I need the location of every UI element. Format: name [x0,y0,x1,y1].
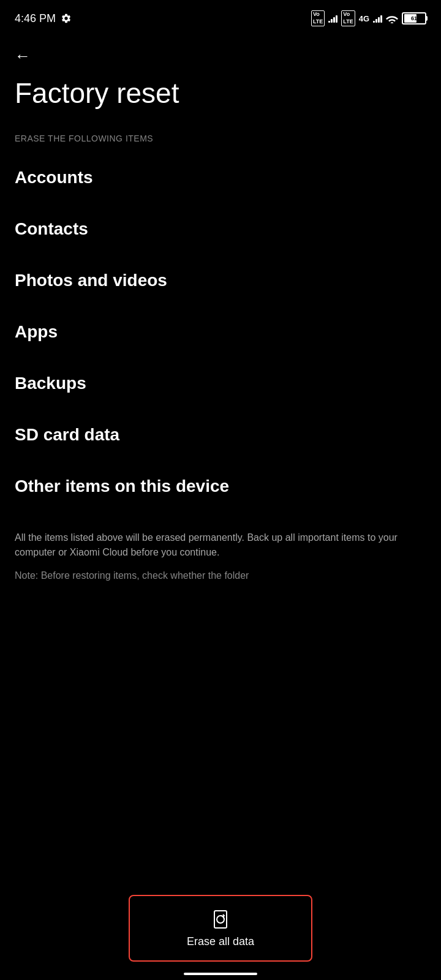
signal-bars-1 [328,14,337,23]
erase-all-data-button[interactable]: Erase all data [129,895,312,962]
back-button[interactable]: ← [0,34,441,72]
status-bar: 4:46 PM VoLTE VoLTE 4G 6 [0,0,441,34]
volte2-label: VoLTE [341,10,355,26]
list-item-apps: Apps [0,306,441,358]
list-item-other-items: Other items on this device [0,461,441,512]
status-right: VoLTE VoLTE 4G 61 [311,10,426,26]
list-item-backups: Backups [0,358,441,409]
disclaimer-text: All the items listed above will be erase… [0,512,441,568]
list-item-sd-card: SD card data [0,409,441,461]
list-item-accounts: Accounts [0,152,441,203]
status-time: 4:46 PM [15,12,56,25]
erase-icon [209,908,232,930]
battery-indicator: 61 [402,12,426,24]
section-heading: ERASE THE FOLLOWING ITEMS [0,121,441,152]
4g-label: 4G [359,14,369,23]
signal-bars-2 [373,14,382,23]
erase-items-list: Accounts Contacts Photos and videos Apps… [0,152,441,512]
home-indicator [184,973,257,975]
list-item-contacts: Contacts [0,203,441,255]
wifi-icon [386,14,398,23]
status-left: 4:46 PM [15,12,72,25]
page-title: Factory reset [0,72,441,121]
list-item-photos-videos: Photos and videos [0,255,441,306]
back-arrow-icon: ← [15,47,31,65]
erase-label: Erase all data [187,935,254,948]
erase-button-container: Erase all data [129,895,312,962]
gear-icon [61,13,72,24]
note-text: Note: Before restoring items, check whet… [0,568,441,583]
volte1-label: VoLTE [311,10,325,26]
